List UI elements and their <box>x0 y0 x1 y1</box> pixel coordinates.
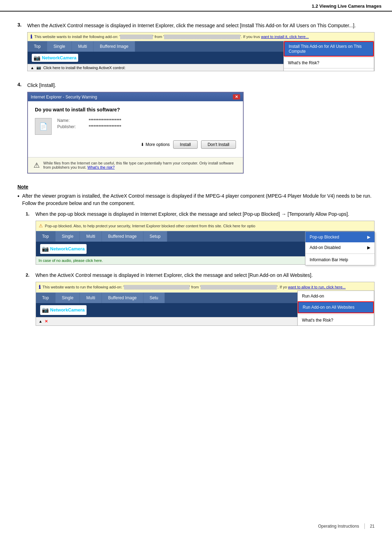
sub-step-2-num: 2. <box>26 272 34 279</box>
info-icon-2: ℹ <box>39 284 40 291</box>
popup-dropdown: Pop-up Blocked ▶ Add-on Disabled ▶ <box>305 232 375 265</box>
toolbar-btn-multi-2[interactable]: Multi <box>80 231 102 242</box>
footer-right: 21 <box>370 524 375 529</box>
dropdown-run-addon-all[interactable]: Run Add-on on All Websites <box>298 301 374 313</box>
camera-label-1: NetworkCamera <box>42 55 76 60</box>
ie-dialog-close-btn[interactable]: ✕ <box>233 94 240 100</box>
click-bar-text-1: Click here to install the following Acti… <box>43 66 125 70</box>
screenshot-popup-blocked: ⚠ Pop-up blocked. Also, to help protect … <box>36 221 375 265</box>
ie-warning-text-content: While files from the Internet can be use… <box>43 161 234 169</box>
ie-dialog-titlebar: Internet Explorer - Security Warning ✕ <box>28 93 243 101</box>
toolbar-btn-top-2[interactable]: Top <box>36 231 56 242</box>
camera-icon-box-3: 📷 NetworkCamera <box>40 305 87 315</box>
ie-warning-text: While files from the Internet can be use… <box>43 161 237 169</box>
popup-addon-label: Add-on Disabled <box>310 244 341 251</box>
camera-icon-1: 📷 <box>34 54 40 61</box>
ie-dropdown-arrow: ⬇ <box>141 142 144 147</box>
dropdown-item-risk[interactable]: What's the Risk? <box>284 58 374 67</box>
toolbar-btn-multi-1[interactable]: Multi <box>72 41 94 52</box>
sub-step-1-description: When the pop-up block message is display… <box>36 211 375 218</box>
info-bar-1[interactable]: ℹ This website wants to install the foll… <box>28 32 374 41</box>
ie-publisher-label: Publisher: <box>57 124 89 129</box>
run-addon-divider-1 <box>298 314 374 314</box>
nav-arrow-3: ▲ <box>39 318 43 324</box>
dropdown-run-addon[interactable]: Run Add-on <box>298 291 374 301</box>
toolbar-btn-buffered-2[interactable]: Buffered Image <box>102 231 143 242</box>
dropdown-run-risk[interactable]: What's the Risk? <box>298 315 374 325</box>
toolbar-btn-multi-3[interactable]: Multi <box>80 293 102 303</box>
popup-blocked-label: Pop-up Blocked <box>310 234 339 240</box>
ie-security-dialog: Internet Explorer - Security Warning ✕ D… <box>27 92 244 174</box>
step-4-description: Click [Install]. <box>27 82 375 89</box>
ie-dialog-name-field: 📄 Name: ******************** Publisher: … <box>35 118 236 135</box>
dropdown-item-install[interactable]: Install This Add-on for All Users on Thi… <box>284 41 374 57</box>
bullet-dot: • <box>17 193 20 199</box>
step-4-text-area: Click [Install]. Internet Explorer - Sec… <box>27 82 375 178</box>
step-3-num: 3. <box>17 22 27 28</box>
ie-warning-area: ⚠ While files from the Internet can be u… <box>28 157 243 173</box>
run-addon-label: Run Add-on <box>302 293 324 299</box>
ie-file-icon: 📄 <box>39 122 48 131</box>
ie-warning-icon: ⚠ <box>34 161 40 169</box>
footer-left: Operating Instructions <box>318 524 359 529</box>
sub-step-1-text: When the pop-up block message is display… <box>36 211 375 269</box>
step-4-block: 4. Click [Install]. Internet Explorer - … <box>17 82 375 178</box>
info-bar-link-2[interactable]: want to allow it to run, click here... <box>288 285 346 289</box>
toolbar-btn-setup-2[interactable]: Setup <box>143 231 167 242</box>
ie-publisher-value: ******************** <box>89 124 121 129</box>
screenshot-run-addon: ℹ This website wants to run the followin… <box>36 282 375 326</box>
sub-step-1-num: 1. <box>26 211 34 218</box>
ie-install-btn[interactable]: Install <box>173 140 197 149</box>
info-icon-1: ℹ <box>30 34 32 39</box>
popup-bar[interactable]: ⚠ Pop-up blocked. Also, to help protect … <box>36 221 374 231</box>
ie-dialog-body: Do you want to install this software? 📄 … <box>28 101 243 157</box>
toolbar-btn-setup-3[interactable]: Setu <box>143 293 165 303</box>
screenshot-activex-install: ℹ This website wants to install the foll… <box>27 32 375 71</box>
page-header: 1.2 Viewing Live Camera Images <box>0 0 392 12</box>
camera-icon-3: 📷 <box>42 306 49 314</box>
toolbar-btn-single-3[interactable]: Single <box>56 293 80 303</box>
stop-icon: ✕ <box>45 318 48 324</box>
install-dropdown-1: Install This Add-on for All Users on Thi… <box>283 41 374 71</box>
dropdown-install-label: Install This Add-on for All Users on Thi… <box>289 44 362 54</box>
dropdown-risk-label: What's the Risk? <box>288 60 319 65</box>
ie-more-options[interactable]: ⬇ More options <box>141 142 170 147</box>
toolbar-btn-top-1[interactable]: Top <box>28 41 47 52</box>
ie-name-row: Name: ******************** <box>57 118 236 123</box>
ie-warning-link[interactable]: What's the risk? <box>88 165 115 169</box>
camera-label-3: NetworkCamera <box>50 307 85 314</box>
ie-publisher-row: Publisher: ******************** <box>57 124 236 129</box>
popup-item-blocked[interactable]: Pop-up Blocked ▶ <box>305 232 375 242</box>
dropdown-divider-2 <box>284 68 374 68</box>
step-3-description: When the ActiveX Control message is disp… <box>27 22 375 29</box>
toolbar-btn-single-1[interactable]: Single <box>47 41 72 52</box>
popup-item-addon[interactable]: Add-on Disabled ▶ <box>305 242 375 253</box>
popup-bar-text: Pop-up blocked. Also, to help protect yo… <box>45 223 256 229</box>
camera-icon-box-2: 📷 NetworkCamera <box>40 244 87 254</box>
info-bar-text-2: This website wants to run the following … <box>43 284 371 290</box>
run-addon-all-label: Run Add-on on All Websites <box>303 304 355 310</box>
ie-dialog-title: Internet Explorer - Security Warning <box>31 95 97 100</box>
toolbar-btn-top-3[interactable]: Top <box>36 293 56 303</box>
camera-label-2: NetworkCamera <box>50 245 85 252</box>
footer-divider <box>364 523 365 529</box>
note-text: After the viewer program is installed, t… <box>22 192 375 207</box>
page-footer: Operating Instructions 21 <box>318 523 375 529</box>
click-here-text-2: In case of no audio, please click here. <box>39 258 103 264</box>
toolbar-btn-buffered-3[interactable]: Buffered Image <box>102 293 143 303</box>
click-cam-icon-1: 📷 <box>36 65 41 70</box>
run-addon-dropdown: Run Add-on Run Add-on on All Websites Wh… <box>297 291 374 326</box>
popup-bar-icon: ⚠ <box>39 222 43 229</box>
info-bar-text-1: This website wants to install the follow… <box>34 35 371 39</box>
ie-more-options-label: More options <box>146 142 170 147</box>
ie-dont-install-btn[interactable]: Don't Install <box>201 140 236 149</box>
toolbar-btn-buffered-1[interactable]: Buffered Image <box>94 41 135 52</box>
ie-dialog-buttons: ⬇ More options Install Don't Install <box>35 140 236 149</box>
run-risk-label: What's the Risk? <box>302 317 333 323</box>
note-bullet-text: After the viewer program is installed, t… <box>22 192 375 333</box>
info-bar-link-1[interactable]: want to install it, click here... <box>261 35 309 39</box>
popup-item-help[interactable]: Information Bar Help <box>305 255 375 265</box>
ie-dialog-fields: Name: ******************** Publisher: **… <box>57 118 236 131</box>
dropdown-item-help[interactable]: Information Bar Help <box>284 69 374 71</box>
toolbar-btn-single-2[interactable]: Single <box>56 231 80 242</box>
